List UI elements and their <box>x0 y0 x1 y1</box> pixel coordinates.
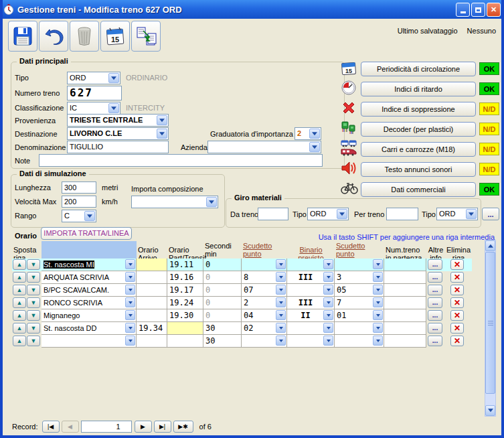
move-row-up-button[interactable]: ▲ <box>13 297 26 308</box>
ingresso-combo[interactable]: 8 <box>242 271 287 284</box>
chevron-down-icon[interactable] <box>373 272 383 282</box>
chevron-down-icon[interactable] <box>108 73 119 83</box>
part-cell[interactable]: 19.16 <box>167 271 203 284</box>
next-record-button[interactable]: ▶ <box>135 421 152 433</box>
numtreno-cell[interactable] <box>384 259 426 271</box>
numtreno-cell[interactable] <box>384 271 426 284</box>
move-row-down-button[interactable]: ▼ <box>27 285 40 295</box>
last-record-button[interactable]: ▶| <box>154 421 171 433</box>
uscita-combo[interactable] <box>335 259 384 271</box>
scroll-up-icon[interactable] <box>485 240 495 251</box>
numtreno-cell[interactable] <box>384 284 426 297</box>
chevron-down-icon[interactable] <box>125 323 135 333</box>
move-row-down-button[interactable]: ▼ <box>27 272 40 283</box>
delete-row-button[interactable]: ✕ <box>450 285 464 295</box>
chevron-down-icon[interactable] <box>323 323 333 333</box>
arrivo-cell[interactable]: 19.34 <box>137 322 167 335</box>
numero-treno-field[interactable]: 627 <box>67 86 122 100</box>
indice-soppressione-button[interactable]: Indice di soppressione <box>361 102 476 117</box>
secondi-cell[interactable]: 0 <box>203 297 242 309</box>
chevron-down-icon[interactable] <box>323 310 333 320</box>
provenienza-select[interactable]: TRIESTE CENTRALE <box>67 114 169 127</box>
previous-record-button[interactable]: ◀ <box>62 421 79 433</box>
minimize-button[interactable] <box>456 3 470 17</box>
localita-combo[interactable]: St. nascosta MI <box>41 259 137 271</box>
periodicity-button[interactable]: 15 <box>100 21 130 52</box>
secondi-cell[interactable]: 30 <box>203 322 242 335</box>
tipo2-select[interactable]: ORD <box>436 208 478 220</box>
chevron-down-icon[interactable] <box>276 297 286 307</box>
chevron-down-icon[interactable] <box>323 336 333 346</box>
delete-row-button[interactable]: ✕ <box>450 336 464 346</box>
move-row-down-button[interactable]: ▼ <box>27 297 40 308</box>
ingresso-combo[interactable]: 04 <box>242 309 287 322</box>
uscita-combo[interactable]: 3 <box>335 271 384 284</box>
part-cell[interactable]: 19.24 <box>167 297 203 309</box>
chevron-down-icon[interactable] <box>276 336 286 346</box>
chevron-down-icon[interactable] <box>157 115 167 125</box>
secondi-cell[interactable]: 0 <box>203 259 242 271</box>
numtreno-cell[interactable] <box>384 309 426 322</box>
uscita-combo[interactable]: 05 <box>335 284 384 297</box>
numtreno-cell[interactable] <box>384 297 426 309</box>
delete-row-button[interactable]: ✕ <box>450 310 464 321</box>
uscita-combo[interactable] <box>335 335 384 348</box>
part-cell[interactable] <box>167 335 203 348</box>
uscita-combo[interactable]: 7 <box>335 297 384 309</box>
arrivo-cell[interactable] <box>137 259 167 271</box>
more-info-button[interactable]: ... <box>428 336 442 346</box>
part-cell[interactable]: 19.11 <box>167 259 203 271</box>
first-record-button[interactable]: |◀ <box>42 421 60 433</box>
part-cell[interactable]: 19.30 <box>167 309 203 322</box>
close-button[interactable]: ✕ <box>487 3 501 17</box>
undo-button[interactable] <box>39 21 68 52</box>
indici-ritardo-button[interactable]: Indici di ritardo <box>361 82 476 96</box>
localita-combo[interactable]: St. nascosta DD <box>41 322 137 335</box>
move-row-up-button[interactable]: ▲ <box>13 272 26 283</box>
chevron-down-icon[interactable] <box>125 336 135 346</box>
localita-combo[interactable]: B/PC SCAVALCAM. <box>41 284 137 297</box>
maximize-button[interactable] <box>471 3 485 17</box>
numtreno-cell[interactable] <box>384 322 426 335</box>
da-treno-field[interactable] <box>258 208 288 220</box>
velocita-field[interactable]: 200 <box>62 196 96 208</box>
more-info-button[interactable]: ... <box>428 285 442 295</box>
secondi-cell[interactable]: 30 <box>203 335 242 348</box>
note-field[interactable] <box>39 154 323 167</box>
uscita-combo[interactable]: 01 <box>335 309 384 322</box>
chevron-down-icon[interactable] <box>309 142 320 152</box>
testo-annunci-button[interactable]: Testo annunci sonori <box>361 162 476 177</box>
move-row-up-button[interactable]: ▲ <box>13 323 26 334</box>
arrivo-cell[interactable] <box>137 335 167 348</box>
localita-combo[interactable] <box>41 335 137 348</box>
more-info-button[interactable]: ... <box>428 310 442 321</box>
ingresso-combo[interactable]: 02 <box>242 322 287 335</box>
chevron-down-icon[interactable] <box>309 129 320 139</box>
move-row-down-button[interactable]: ▼ <box>27 323 40 334</box>
classificazione-select[interactable]: IC <box>67 102 120 115</box>
localita-combo[interactable]: Mignanego <box>41 309 137 322</box>
chevron-down-icon[interactable] <box>373 323 383 333</box>
binario-combo[interactable] <box>287 322 335 335</box>
chevron-down-icon[interactable] <box>125 285 135 295</box>
chevron-down-icon[interactable] <box>373 259 383 269</box>
per-treno-field[interactable] <box>386 208 418 220</box>
ingresso-combo[interactable] <box>242 259 287 271</box>
arrivo-cell[interactable] <box>137 297 167 309</box>
delete-button[interactable] <box>70 21 99 52</box>
secondi-cell[interactable]: 0 <box>203 309 242 322</box>
chevron-down-icon[interactable] <box>373 310 383 320</box>
part-cell[interactable]: 19.17 <box>167 284 203 297</box>
move-row-down-button[interactable]: ▼ <box>27 336 40 346</box>
move-row-down-button[interactable]: ▼ <box>27 310 40 321</box>
denominazione-field[interactable]: TIGULLIO <box>67 141 169 153</box>
giro-more-button[interactable]: ... <box>482 208 499 220</box>
carri-carrozze-button[interactable]: Carri e carrozze (M18) <box>361 142 476 157</box>
delete-row-button[interactable]: ✕ <box>450 259 464 270</box>
part-cell[interactable] <box>167 322 203 335</box>
tipo-select[interactable]: ORD <box>67 72 120 84</box>
numtreno-cell[interactable] <box>384 335 426 348</box>
periodicita-circolazione-button[interactable]: Periodicità di circolazione <box>361 62 476 76</box>
chevron-down-icon[interactable] <box>108 103 119 113</box>
chevron-down-icon[interactable] <box>276 310 286 320</box>
